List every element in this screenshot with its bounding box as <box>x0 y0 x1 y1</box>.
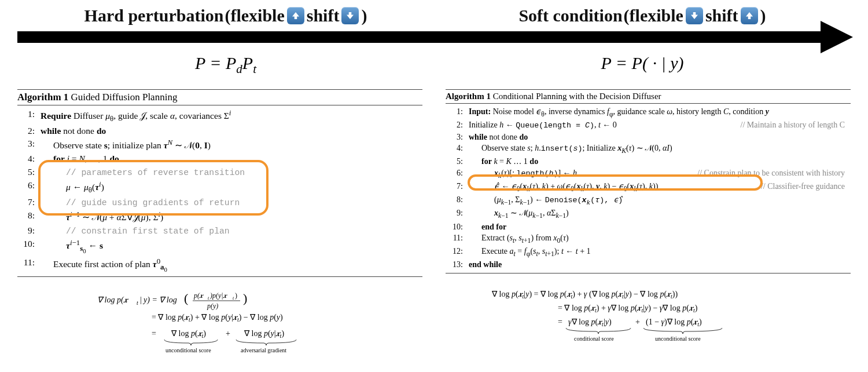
algorithm-line: 9:xk−1 ∼ 𝒩(μk−1, αΣk−1) <box>446 207 851 221</box>
arrow-up-icon <box>287 7 304 24</box>
algorithm-left-title: Algorithm 1 Guided Diffusion Planning <box>17 90 422 105</box>
algorithm-line: 5:for k = K … 1 do <box>446 156 851 167</box>
algorithm-line: 2:while not done do <box>17 125 422 137</box>
heading-right-paren-open: (flexible <box>624 6 683 25</box>
algorithm-right-title-prefix: Algorithm 1 <box>446 92 491 101</box>
line-content: Execute at = fφ(st, st+1); t ← t + 1 <box>469 246 848 259</box>
line-number: 3: <box>20 137 41 150</box>
line-number: 13: <box>448 259 469 271</box>
line-number: 5: <box>20 166 41 178</box>
arrow-shaft <box>17 31 827 43</box>
arrow-down-icon <box>686 7 703 24</box>
line-content: τi−1s0 ← s <box>41 238 420 256</box>
line-content: while not done do <box>469 132 848 143</box>
svg-text:y) = ∇ log: y) = ∇ log <box>142 296 177 305</box>
algorithm-right-title: Algorithm 1 Conditional Planning with th… <box>446 90 851 104</box>
svg-text:|: | <box>140 296 142 304</box>
algorithm-line: 11:Execute first action of plan τ0a0 <box>17 256 422 274</box>
algorithm-line: 8:τi−1 ∼ 𝒩(μ + αΣ∇𝒥(μ), Σi) <box>17 209 422 224</box>
line-content: end for <box>469 221 848 233</box>
right-column: Algorithm 1 Conditional Planning with th… <box>446 89 851 362</box>
heading-right-paren-close: ) <box>760 6 766 25</box>
algorithm-right-body: 1:Input: Noise model ϵθ, inverse dynamic… <box>446 104 851 273</box>
svg-text:): ) <box>243 291 247 305</box>
line-content: while not done do <box>41 125 420 137</box>
line-content: Extract (st, st+1) from x0(τ) <box>469 232 848 246</box>
algorithm-right: Algorithm 1 Conditional Planning with th… <box>446 89 851 273</box>
line-content: (μk−1, Σk−1) ← Denoise(xk(τ), ϵ̂) <box>469 194 848 207</box>
svg-text:=: = <box>152 329 156 338</box>
line-number: 8: <box>448 194 469 206</box>
formula-left: P = PdPt <box>17 53 434 76</box>
algorithm-line: 10:τi−1s0 ← s <box>17 238 422 256</box>
svg-text:): ) <box>235 291 237 300</box>
svg-text:=: = <box>558 318 562 326</box>
line-number: 4: <box>20 152 41 165</box>
svg-text:p(𝒙: p(𝒙 <box>193 291 204 300</box>
line-content: Initialize h ← Queue(length = C), t ← 0/… <box>469 119 848 132</box>
algorithm-left-title-prefix: Algorithm 1 <box>17 92 68 103</box>
line-content: xk(τ)[: length(h)] ← h// Constrain plan … <box>469 167 848 181</box>
svg-text:= ∇ log p(𝒙t) + γ∇ log p(𝒙t|: = ∇ log p(𝒙t) + γ∇ log p(𝒙t|y) − γ∇ log … <box>558 304 698 313</box>
svg-text:∇ log p(y|𝒙t): ∇ log p(y|𝒙t) <box>244 329 284 339</box>
line-number: 6: <box>20 179 41 192</box>
line-content: Observe state s; initialize plan τN ∼ 𝒩(… <box>41 137 420 152</box>
algorithm-line: 5:// parameters of reverse transition <box>17 166 422 179</box>
algorithm-line: 6:μ ← μθ(τi) <box>17 179 422 196</box>
line-number: 12: <box>448 246 469 257</box>
math-left: ∇ log p(𝒙 t | y) = ∇ log ( p(𝒙 t )p(y|𝒙 … <box>17 290 422 362</box>
spectrum-arrow <box>17 31 851 43</box>
line-content: Observe state s; h.insert(s); Initialize… <box>469 143 848 156</box>
svg-text:adversarial gradient: adversarial gradient <box>241 347 286 353</box>
line-number: 1: <box>448 106 469 118</box>
line-content: xk−1 ∼ 𝒩(μk−1, αΣk−1) <box>469 207 848 221</box>
heading-left-paren-open: (flexible <box>225 6 284 25</box>
line-content: Execute first action of plan τ0a0 <box>41 256 420 274</box>
algorithm-right-title-rest: Conditional Planning with the Decision D… <box>491 92 661 101</box>
algorithm-line: 12:Execute at = fφ(st, st+1); t ← t + 1 <box>446 246 851 259</box>
line-content: // constrain first state of plan <box>41 224 420 238</box>
algorithm-line: 3:while not done do <box>446 132 851 143</box>
line-number: 2: <box>20 125 41 137</box>
formula-row: P = PdPt P = P( · | y) <box>17 53 851 76</box>
heading-right-mid: shift <box>705 6 738 25</box>
line-number: 10: <box>448 221 469 233</box>
formula-right: P = P( · | y) <box>434 53 851 76</box>
algorithm-line: 1:Require Diffuser μθ, guide 𝒥, scale α,… <box>17 108 422 125</box>
algorithm-line: 7:// guide using gradients of return <box>17 196 422 209</box>
math-left-svg: ∇ log p(𝒙 t | y) = ∇ log ( p(𝒙 t )p(y|𝒙 … <box>87 290 353 359</box>
algorithm-line: 13:end while <box>446 259 851 271</box>
svg-text:t: t <box>208 296 209 301</box>
svg-text:)p(y|𝒙: )p(y|𝒙 <box>209 291 227 300</box>
svg-text:p(y): p(y) <box>207 302 218 310</box>
algorithm-line: 11:Extract (st, st+1) from x0(τ) <box>446 232 851 246</box>
heading-left-mid: shift <box>307 6 340 25</box>
arrow-head-icon <box>821 21 853 56</box>
svg-text:∇ log p(𝒙: ∇ log p(𝒙 <box>97 296 129 305</box>
line-content: for k = K … 1 do <box>469 156 848 167</box>
line-number: 2: <box>448 119 469 131</box>
algorithm-line: 10:end for <box>446 221 851 233</box>
line-number: 9: <box>20 224 41 237</box>
math-right-svg: ∇ log p(𝒙t|y) = ∇ log p(𝒙t) + γ (∇ log p… <box>486 286 810 350</box>
svg-text:t: t <box>233 296 234 301</box>
line-number: 7: <box>448 181 469 192</box>
math-right: ∇ log p(𝒙t|y) = ∇ log p(𝒙t) + γ (∇ log p… <box>446 286 851 352</box>
heading-right-label: Soft condition <box>518 6 622 25</box>
svg-text:t: t <box>137 300 138 306</box>
algorithm-line: 8:(μk−1, Σk−1) ← Denoise(xk(τ), ϵ̂) <box>446 194 851 207</box>
line-number: 7: <box>20 196 41 209</box>
svg-text:conditional score: conditional score <box>574 335 614 342</box>
svg-marker-0 <box>821 21 853 53</box>
algorithm-left-body: 1:Require Diffuser μθ, guide 𝒥, scale α,… <box>17 105 422 276</box>
line-content: // parameters of reverse transition <box>41 166 420 179</box>
svg-text:+: + <box>635 318 640 326</box>
svg-text:(: ( <box>184 291 188 305</box>
line-content: Input: Noise model ϵθ, inverse dynamics … <box>469 106 848 119</box>
algorithm-line: 7:ϵ̂ ← ϵθ(xk(τ), k) + ω(ϵθ(xk(τ), y, k) … <box>446 181 851 194</box>
svg-text:unconditional score: unconditional score <box>165 347 211 353</box>
line-content: end while <box>469 259 848 271</box>
line-content: Require Diffuser μθ, guide 𝒥, scale α, c… <box>41 108 420 125</box>
line-content: for i = N, …, 1 do <box>41 152 420 165</box>
heading-right: Soft condition (flexible shift ) <box>434 6 851 25</box>
